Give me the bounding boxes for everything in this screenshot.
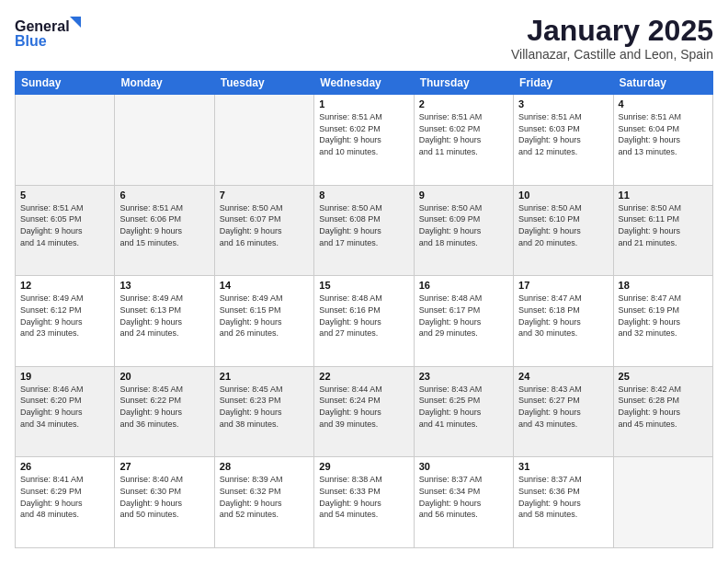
- table-row: 3Sunrise: 8:51 AM Sunset: 6:03 PM Daylig…: [514, 95, 613, 186]
- table-row: 14Sunrise: 8:49 AM Sunset: 6:15 PM Dayli…: [214, 276, 313, 367]
- day-info: Sunrise: 8:43 AM Sunset: 6:27 PM Dayligh…: [518, 384, 608, 430]
- table-row: 29Sunrise: 8:38 AM Sunset: 6:33 PM Dayli…: [314, 457, 414, 548]
- day-number: 3: [518, 98, 608, 109]
- table-row: 28Sunrise: 8:39 AM Sunset: 6:32 PM Dayli…: [214, 457, 313, 548]
- calendar-week-row: 5Sunrise: 8:51 AM Sunset: 6:05 PM Daylig…: [16, 185, 713, 276]
- day-info: Sunrise: 8:51 AM Sunset: 6:06 PM Dayligh…: [119, 202, 209, 248]
- day-info: Sunrise: 8:43 AM Sunset: 6:25 PM Dayligh…: [419, 384, 508, 430]
- calendar: Sunday Monday Tuesday Wednesday Thursday…: [15, 71, 713, 548]
- day-info: Sunrise: 8:46 AM Sunset: 6:20 PM Dayligh…: [20, 384, 109, 430]
- day-info: Sunrise: 8:50 AM Sunset: 6:07 PM Dayligh…: [220, 202, 309, 248]
- day-info: Sunrise: 8:49 AM Sunset: 6:12 PM Dayligh…: [20, 293, 109, 339]
- day-info: Sunrise: 8:51 AM Sunset: 6:03 PM Dayligh…: [518, 111, 608, 157]
- day-info: Sunrise: 8:41 AM Sunset: 6:29 PM Dayligh…: [20, 474, 109, 520]
- day-info: Sunrise: 8:50 AM Sunset: 6:09 PM Dayligh…: [419, 202, 508, 248]
- table-row: 9Sunrise: 8:50 AM Sunset: 6:09 PM Daylig…: [414, 185, 513, 276]
- header-sunday: Sunday: [16, 72, 115, 95]
- table-row: 24Sunrise: 8:43 AM Sunset: 6:27 PM Dayli…: [514, 366, 613, 457]
- table-row: 18Sunrise: 8:47 AM Sunset: 6:19 PM Dayli…: [613, 276, 712, 367]
- header-thursday: Thursday: [414, 72, 513, 95]
- svg-text:Blue: Blue: [15, 33, 47, 49]
- day-number: 2: [419, 98, 508, 109]
- day-info: Sunrise: 8:50 AM Sunset: 6:11 PM Dayligh…: [619, 202, 708, 248]
- day-number: 19: [20, 371, 109, 382]
- day-info: Sunrise: 8:44 AM Sunset: 6:24 PM Dayligh…: [319, 384, 408, 430]
- table-row: 25Sunrise: 8:42 AM Sunset: 6:28 PM Dayli…: [613, 366, 712, 457]
- day-number: 5: [20, 190, 109, 201]
- table-row: [115, 95, 214, 186]
- logo: GeneralBlue: [15, 15, 88, 52]
- day-info: Sunrise: 8:51 AM Sunset: 6:05 PM Dayligh…: [20, 202, 109, 248]
- day-info: Sunrise: 8:39 AM Sunset: 6:32 PM Dayligh…: [220, 474, 309, 520]
- weekday-header-row: Sunday Monday Tuesday Wednesday Thursday…: [16, 72, 713, 95]
- table-row: 22Sunrise: 8:44 AM Sunset: 6:24 PM Dayli…: [314, 366, 414, 457]
- table-row: 19Sunrise: 8:46 AM Sunset: 6:20 PM Dayli…: [16, 366, 115, 457]
- calendar-week-row: 19Sunrise: 8:46 AM Sunset: 6:20 PM Dayli…: [16, 366, 713, 457]
- day-info: Sunrise: 8:49 AM Sunset: 6:13 PM Dayligh…: [119, 293, 209, 339]
- day-number: 25: [619, 371, 708, 382]
- svg-marker-2: [70, 17, 81, 28]
- table-row: 2Sunrise: 8:51 AM Sunset: 6:02 PM Daylig…: [414, 95, 513, 186]
- day-info: Sunrise: 8:38 AM Sunset: 6:33 PM Dayligh…: [319, 474, 408, 520]
- table-row: 10Sunrise: 8:50 AM Sunset: 6:10 PM Dayli…: [514, 185, 613, 276]
- day-info: Sunrise: 8:45 AM Sunset: 6:22 PM Dayligh…: [119, 384, 209, 430]
- location: Villanazar, Castille and Leon, Spain: [511, 47, 713, 62]
- day-number: 8: [319, 190, 408, 201]
- day-number: 4: [619, 98, 708, 109]
- table-row: 8Sunrise: 8:50 AM Sunset: 6:08 PM Daylig…: [314, 185, 414, 276]
- day-number: 6: [119, 190, 209, 201]
- day-info: Sunrise: 8:47 AM Sunset: 6:18 PM Dayligh…: [518, 293, 608, 339]
- header: GeneralBlue January 2025 Villanazar, Cas…: [15, 15, 713, 62]
- day-number: 13: [119, 280, 209, 291]
- day-info: Sunrise: 8:48 AM Sunset: 6:16 PM Dayligh…: [319, 293, 408, 339]
- table-row: 15Sunrise: 8:48 AM Sunset: 6:16 PM Dayli…: [314, 276, 414, 367]
- day-info: Sunrise: 8:51 AM Sunset: 6:04 PM Dayligh…: [619, 111, 708, 157]
- title-section: January 2025 Villanazar, Castille and Le…: [511, 15, 713, 62]
- header-tuesday: Tuesday: [214, 72, 313, 95]
- table-row: 1Sunrise: 8:51 AM Sunset: 6:02 PM Daylig…: [314, 95, 414, 186]
- table-row: 4Sunrise: 8:51 AM Sunset: 6:04 PM Daylig…: [613, 95, 712, 186]
- day-info: Sunrise: 8:48 AM Sunset: 6:17 PM Dayligh…: [419, 293, 508, 339]
- day-number: 9: [419, 190, 508, 201]
- table-row: [214, 95, 313, 186]
- day-info: Sunrise: 8:47 AM Sunset: 6:19 PM Dayligh…: [619, 293, 708, 339]
- table-row: 5Sunrise: 8:51 AM Sunset: 6:05 PM Daylig…: [16, 185, 115, 276]
- page: GeneralBlue January 2025 Villanazar, Cas…: [0, 0, 728, 563]
- day-info: Sunrise: 8:50 AM Sunset: 6:10 PM Dayligh…: [518, 202, 608, 248]
- day-number: 11: [619, 190, 708, 201]
- table-row: 30Sunrise: 8:37 AM Sunset: 6:34 PM Dayli…: [414, 457, 513, 548]
- day-number: 18: [619, 280, 708, 291]
- day-number: 15: [319, 280, 408, 291]
- calendar-body: 1Sunrise: 8:51 AM Sunset: 6:02 PM Daylig…: [16, 95, 713, 548]
- day-info: Sunrise: 8:51 AM Sunset: 6:02 PM Dayligh…: [419, 111, 508, 157]
- svg-text:General: General: [15, 18, 70, 34]
- table-row: 21Sunrise: 8:45 AM Sunset: 6:23 PM Dayli…: [214, 366, 313, 457]
- table-row: 31Sunrise: 8:37 AM Sunset: 6:36 PM Dayli…: [514, 457, 613, 548]
- table-row: 6Sunrise: 8:51 AM Sunset: 6:06 PM Daylig…: [115, 185, 214, 276]
- table-row: 12Sunrise: 8:49 AM Sunset: 6:12 PM Dayli…: [16, 276, 115, 367]
- table-row: 11Sunrise: 8:50 AM Sunset: 6:11 PM Dayli…: [613, 185, 712, 276]
- day-number: 10: [518, 190, 608, 201]
- calendar-week-row: 1Sunrise: 8:51 AM Sunset: 6:02 PM Daylig…: [16, 95, 713, 186]
- day-number: 7: [220, 190, 309, 201]
- day-number: 30: [419, 461, 508, 472]
- day-info: Sunrise: 8:37 AM Sunset: 6:34 PM Dayligh…: [419, 474, 508, 520]
- day-number: 21: [220, 371, 309, 382]
- table-row: 16Sunrise: 8:48 AM Sunset: 6:17 PM Dayli…: [414, 276, 513, 367]
- day-number: 17: [518, 280, 608, 291]
- table-row: 26Sunrise: 8:41 AM Sunset: 6:29 PM Dayli…: [16, 457, 115, 548]
- day-number: 16: [419, 280, 508, 291]
- calendar-week-row: 26Sunrise: 8:41 AM Sunset: 6:29 PM Dayli…: [16, 457, 713, 548]
- header-monday: Monday: [115, 72, 214, 95]
- day-info: Sunrise: 8:45 AM Sunset: 6:23 PM Dayligh…: [220, 384, 309, 430]
- day-number: 31: [518, 461, 608, 472]
- day-number: 12: [20, 280, 109, 291]
- day-number: 22: [319, 371, 408, 382]
- day-info: Sunrise: 8:42 AM Sunset: 6:28 PM Dayligh…: [619, 384, 708, 430]
- day-number: 29: [319, 461, 408, 472]
- day-number: 1: [319, 98, 408, 109]
- day-info: Sunrise: 8:37 AM Sunset: 6:36 PM Dayligh…: [518, 474, 608, 520]
- day-info: Sunrise: 8:50 AM Sunset: 6:08 PM Dayligh…: [319, 202, 408, 248]
- table-row: 17Sunrise: 8:47 AM Sunset: 6:18 PM Dayli…: [514, 276, 613, 367]
- header-wednesday: Wednesday: [314, 72, 414, 95]
